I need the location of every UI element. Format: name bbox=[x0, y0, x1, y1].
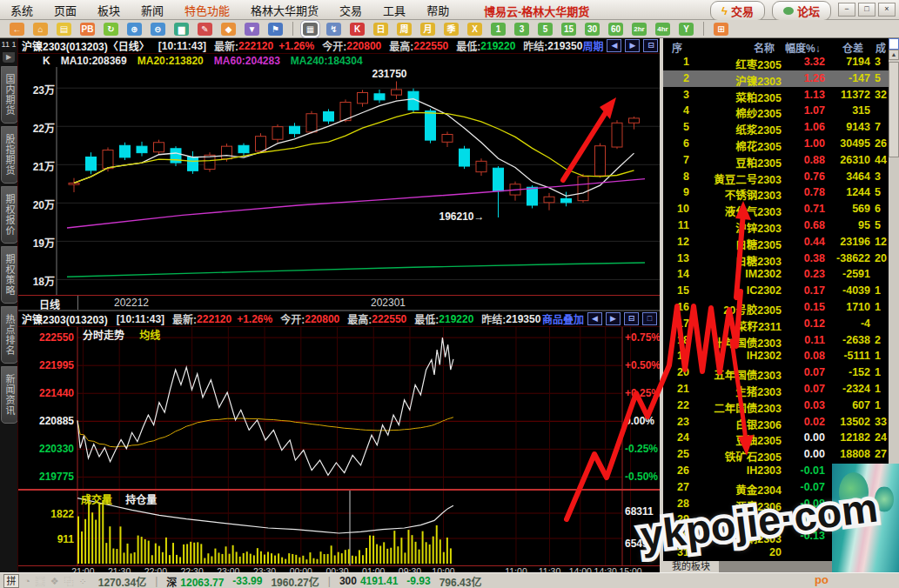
tab-average-line[interactable]: 均线 bbox=[139, 330, 160, 342]
column-header[interactable]: 名称 bbox=[754, 40, 775, 55]
panel-split-button[interactable]: ⊟ bbox=[624, 312, 639, 325]
period-week-button[interactable]: 周 bbox=[397, 23, 412, 36]
period-60m-button[interactable]: 60 bbox=[608, 23, 623, 36]
watchlist-row[interactable]: 9不锈钢23030.7812445 bbox=[663, 184, 889, 201]
panel-split-button[interactable]: ⊟ bbox=[643, 39, 658, 52]
watchlist-row[interactable]: 8黄豆二号23030.7634643 bbox=[663, 169, 889, 185]
sidebar-tab-3[interactable]: 期权报价 bbox=[1, 186, 18, 244]
volume-pane[interactable]: 成交量 持仓量 18229116831165491 bbox=[18, 489, 660, 565]
watchlist-row[interactable]: 20五年国债23030.07-1521 bbox=[663, 364, 889, 381]
scroll-up-arrow[interactable]: ▲ bbox=[889, 50, 899, 60]
sidebar-tab-2[interactable]: 股指期货 bbox=[1, 126, 18, 184]
watchlist-row[interactable]: 6棉花23051.003049526 bbox=[663, 136, 889, 152]
watchlist-row[interactable]: 10液化气23030.715696 bbox=[663, 201, 889, 217]
watchlist-row[interactable]: 2沪镍23031.26-1475 bbox=[663, 70, 889, 87]
panel-next-button[interactable]: ▶ bbox=[606, 312, 621, 325]
period-quarter-button[interactable]: 季 bbox=[444, 23, 459, 36]
watchlist-row[interactable]: 12白糖23050.442319612 bbox=[663, 234, 889, 251]
menu-item-4[interactable]: 新闻 bbox=[131, 2, 174, 18]
panel-prev-button[interactable]: ◀ bbox=[587, 312, 602, 325]
period-x-button[interactable]: X bbox=[467, 23, 482, 36]
period-link[interactable]: 周期 bbox=[582, 38, 603, 53]
menu-item-3[interactable]: 板块 bbox=[87, 2, 131, 18]
home-icon[interactable]: ⌂ bbox=[33, 23, 48, 36]
close-button[interactable]: × bbox=[878, 3, 896, 17]
watchlist-row[interactable]: 19IH23020.08-51111 bbox=[663, 348, 889, 364]
panel-corner-button[interactable] bbox=[889, 38, 899, 50]
sidebar-collapse-arrow[interactable]: ▶ bbox=[3, 52, 15, 63]
page-icon[interactable]: ▤ bbox=[57, 23, 71, 36]
watchlist-row[interactable]: 24豆油23050.001218224 bbox=[663, 430, 889, 446]
refresh-icon[interactable]: ↻ bbox=[104, 23, 118, 36]
watchlist-row[interactable]: 15IC23020.17-40391 bbox=[663, 283, 889, 299]
minimize-button[interactable]: − bbox=[838, 3, 855, 17]
tab-minute-trend[interactable]: 分时走势 bbox=[83, 330, 124, 342]
column-header[interactable]: 仓差 bbox=[842, 40, 863, 55]
paint-icon[interactable]: ◆ bbox=[221, 23, 236, 36]
watchlist-row[interactable]: 3菜粕23051.131137232 bbox=[663, 87, 889, 104]
intraday-chart[interactable]: 分时走势 均线 222550+0.75%221995+0.50%221440+0… bbox=[18, 327, 660, 489]
column-header[interactable]: 序 bbox=[672, 40, 682, 55]
menu-item-6[interactable]: 格林大华期货 bbox=[240, 2, 329, 18]
calculator-icon[interactable]: ⊞ bbox=[714, 23, 728, 36]
watchlist-row[interactable]: 18十年国债23030.11-26382 bbox=[663, 332, 889, 349]
menu-item-2[interactable]: 页面 bbox=[44, 2, 87, 18]
filter-icon[interactable]: ▼ bbox=[245, 23, 259, 36]
watchlist-row[interactable]: 25铁矿石23050.001880827 bbox=[663, 446, 889, 463]
menu-item-8[interactable]: 工具 bbox=[372, 2, 416, 18]
scroll-thumb[interactable] bbox=[889, 62, 899, 157]
period-15m-button[interactable]: 15 bbox=[561, 23, 576, 36]
menu-item-5[interactable]: 特色功能 bbox=[174, 2, 240, 18]
restore-button[interactable]: □ bbox=[858, 3, 876, 17]
ime-indicator[interactable]: 拼 bbox=[3, 574, 19, 588]
draw-line-icon[interactable]: ✎ bbox=[198, 23, 212, 36]
kline-chart[interactable]: 23万22万21万20万19万18万231750196210→ bbox=[18, 67, 660, 295]
forum-button[interactable]: 论坛 bbox=[772, 1, 831, 21]
period-4h-button[interactable]: 4hr bbox=[655, 23, 670, 36]
watchlist-row[interactable]: 13白糖23030.38-3862220 bbox=[663, 251, 889, 267]
sidebar-tab-1[interactable]: 国内期货 bbox=[1, 66, 18, 124]
period-3m-button[interactable]: 3 bbox=[514, 23, 529, 36]
zoom-in-icon[interactable]: ⊕ bbox=[127, 23, 142, 36]
watchlist-row[interactable]: 7豆粕23050.882631044 bbox=[663, 152, 889, 169]
period-y-button[interactable]: Y bbox=[679, 23, 694, 36]
sidebar-tab-5[interactable]: 热点排名 bbox=[1, 306, 18, 364]
watchlist-row[interactable]: 14IM23020.23-2591 bbox=[663, 266, 889, 283]
chart-type-icon[interactable]: ▆ bbox=[174, 23, 189, 36]
pb-icon[interactable]: PB bbox=[80, 23, 95, 36]
watchlist-row[interactable]: 23白银23060.021350233 bbox=[663, 414, 889, 431]
column-header[interactable]: 成 bbox=[876, 40, 886, 55]
back-icon[interactable]: ← bbox=[10, 23, 24, 36]
watchlist-row[interactable]: 5纸浆23051.0691437 bbox=[663, 119, 889, 136]
period-2h-button[interactable]: 2hr bbox=[632, 23, 647, 36]
watchlist-row[interactable]: 4棉纱23051.07315 bbox=[663, 103, 889, 119]
trade-button[interactable]: ϟ交易 bbox=[710, 1, 765, 21]
period-1m-button[interactable]: 1 bbox=[491, 23, 506, 36]
watchlist-row[interactable]: 11沪锌23030.68955 bbox=[663, 217, 889, 234]
menu-item-7[interactable]: 交易 bbox=[329, 2, 372, 18]
flag-icon[interactable]: ⚑ bbox=[268, 23, 283, 36]
sidebar-tab-4[interactable]: 期权策略 bbox=[1, 246, 18, 304]
menu-item-1[interactable]: 系统 bbox=[0, 2, 44, 18]
period-5m-button[interactable]: 5 bbox=[538, 23, 553, 36]
minute-view-icon[interactable]: ▦ bbox=[303, 23, 318, 36]
panel-prev-button[interactable]: ◀ bbox=[607, 39, 621, 52]
kline-view-icon[interactable]: K bbox=[350, 23, 365, 36]
sidebar-tab-6[interactable]: 新闻资讯 bbox=[1, 366, 18, 424]
period-day-button[interactable]: 日 bbox=[373, 23, 388, 36]
period-30m-button[interactable]: 30 bbox=[585, 23, 600, 36]
watchlist-row[interactable]: 22二年国债23030.036071 bbox=[663, 398, 889, 414]
watchlist-row[interactable]: 1620号胶23050.1517101 bbox=[663, 299, 889, 316]
tick-line-icon[interactable]: ↯ bbox=[326, 23, 341, 36]
zoom-out-icon[interactable]: ⊖ bbox=[151, 23, 165, 36]
tab-my-board[interactable]: 我的板块 bbox=[663, 561, 719, 572]
column-header[interactable]: 幅度%↓ bbox=[785, 40, 821, 55]
overlay-link[interactable]: 商品叠加 bbox=[542, 311, 584, 326]
period-month-button[interactable]: 月 bbox=[420, 23, 435, 36]
panel-next-button[interactable]: ▶ bbox=[625, 39, 640, 52]
panel-maximize-button[interactable]: □ bbox=[642, 312, 657, 325]
watchlist-row[interactable]: 17菜籽23110.12-4 bbox=[663, 316, 889, 332]
menu-item-9[interactable]: 帮助 bbox=[416, 2, 460, 18]
watchlist-row[interactable]: 21生猪23030.07-23241 bbox=[663, 381, 889, 398]
watchlist-row[interactable]: 1红枣23053.3271943 bbox=[663, 54, 889, 70]
